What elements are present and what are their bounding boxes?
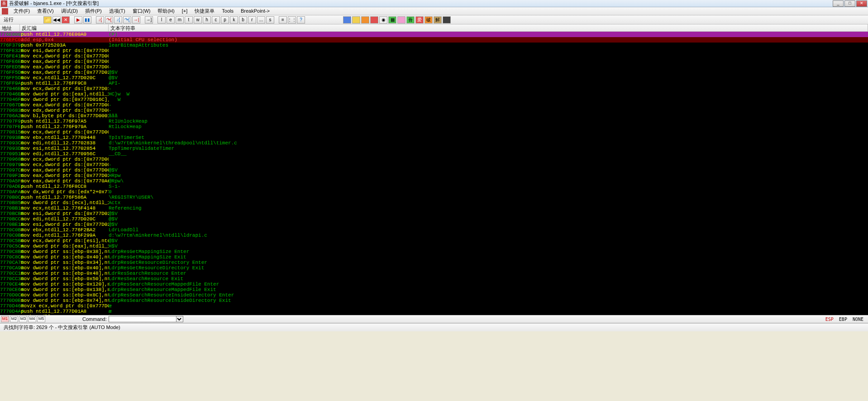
toolbar-color2-icon[interactable] [352, 16, 360, 24]
menu-item[interactable]: 窗口(W) [129, 7, 154, 14]
disasm-row[interactable]: 776FF5D4mov eax,dword ptr ds:[0x777D020C… [0, 70, 868, 75]
disasm-row[interactable]: 777093BBmov ebx,ntdll_12.77709448TpIsTim… [0, 135, 868, 140]
toolbar-cn4-icon[interactable]: 解 [434, 16, 442, 24]
toolbar-list-icon[interactable]: ≡ [279, 16, 287, 24]
disasm-row[interactable]: 776FE417mov ecx,dword ptr ds:[0x777D006C… [0, 53, 868, 59]
toolbar-color5-icon[interactable]: ◉ [379, 16, 387, 24]
menu-item[interactable]: BreakPoint-> [237, 7, 273, 14]
command-input[interactable] [109, 316, 176, 322]
disasm-row[interactable]: 7770ADE4push ntdll_12.776F8CC8S-1- [0, 184, 868, 189]
disasm-row[interactable]: 7770968Bmov ecx,dword ptr ds:[0x777D005C… [0, 157, 868, 162]
disasm-row[interactable]: 7770BB11mov ecx,ntdll_12.776F4148Referen… [0, 205, 868, 211]
disasm-row[interactable]: 7770A5F1mov eax,dword ptr ds:[0x7770A6DC… [0, 178, 868, 184]
disasm-row[interactable]: 77706A21mov bl,byte ptr ds:[0x777D0001]ã… [0, 113, 868, 119]
disasm-row[interactable]: 7770AFA5mov dx,word ptr ds:[edx*2+0x7770… [0, 189, 868, 195]
disasm-row[interactable]: 777093C0mov edi,ntdll_12.77702838d:\w7rt… [0, 140, 868, 146]
disasm-row[interactable]: 77706835mov edx,dword ptr ds:[0x777D0074… [0, 108, 868, 113]
toolbar-dark-icon[interactable] [443, 16, 451, 24]
disasm-row[interactable]: 7770D4B8push ntdll_12.776F2C22\ [0, 314, 868, 315]
toolbar-color7-icon[interactable] [397, 16, 405, 24]
toolbar-letter-r[interactable]: r [248, 16, 256, 24]
disasm-row[interactable]: 7770BCBBmov esi,dword ptr ds:[0x777D020C… [0, 211, 868, 216]
disasm-row[interactable]: 7770CC30mov dword ptr ss:[ebp-0x50],ntdl… [0, 276, 868, 282]
disasm-row[interactable]: 7770CC1Bmov dword ptr ss:[ebp-0x48],ntdl… [0, 271, 868, 276]
disasm-row[interactable]: 776FE6EDmov eax,dword ptr ds:[0x777D005C… [0, 59, 868, 64]
disasm-row[interactable]: 7770D0CCmov dword ptr ss:[ebp-0x8C],ntdl… [0, 292, 868, 298]
disasm-row[interactable]: 77709F2Cmov eax,dword ptr ds:[0x777D0214… [0, 173, 868, 178]
toolbar-help-icon[interactable]: ? [297, 16, 305, 24]
disasm-row[interactable]: 7770CE64mov dword ptr ss:[ebp-0x138],ntd… [0, 287, 868, 292]
disasm-row[interactable]: 7770D4A4push ntdll_12.777D01A8æ [0, 309, 868, 314]
toolbar-cn1-icon[interactable]: 吾 [406, 16, 415, 24]
toolbar-run-to-icon[interactable]: →| [132, 16, 140, 24]
toolbar-trace-over-icon[interactable]: ↷{ [123, 16, 131, 24]
menu-item[interactable]: [+] [178, 7, 191, 14]
toolbar-play-icon[interactable]: ▶ [74, 16, 82, 24]
disasm-row[interactable]: 77709798mov ecx,dword ptr ds:[0x777D005C… [0, 162, 868, 167]
disasm-row[interactable]: 7770B85Fmov dword ptr ds:[ecx],ntdll_12.… [0, 200, 868, 205]
disasm-row[interactable]: 77707F90push ntdll_12.776F97A5RtlUnlockH… [0, 119, 868, 124]
toolbar-letter-h[interactable]: h [203, 16, 211, 24]
disasm-row[interactable]: 77708150mov ecx,dword ptr ds:[0x777D005C… [0, 129, 868, 135]
toolbar-letter-t[interactable]: t [185, 16, 193, 24]
disasm-row[interactable]: 77707FEEpush ntdll_12.776F979ARtlLockHea… [0, 124, 868, 129]
toolbar-trace-into-icon[interactable]: ↓{ [114, 16, 122, 24]
toolbar-goto-icon[interactable]: →] [145, 16, 153, 24]
disasm-row[interactable]: 777097CEmov eax,dword ptr ds:[0x777D00CB… [0, 167, 868, 173]
disasm-row[interactable]: 7770C8B6mov dword ptr ss:[ebp-0x38],ntdl… [0, 249, 868, 254]
toolbar-letter-s[interactable]: s [266, 16, 274, 24]
toolbar-cn2-icon[interactable]: 爱 [415, 16, 424, 24]
memory-button-m3[interactable]: M3 [19, 316, 27, 322]
disassembly-view[interactable]: 776E0092push ntdll_12.776E00A0(P)776EFC0… [0, 32, 868, 315]
memory-button-m1[interactable]: M1 [1, 316, 9, 322]
toolbar-color3-icon[interactable] [361, 16, 369, 24]
toolbar-color1-icon[interactable] [343, 16, 351, 24]
disasm-row[interactable]: 7770C0B7mov ebx,ntdll_12.776F2BA2LdrLoad… [0, 227, 868, 233]
toolbar-letter-k[interactable]: k [230, 16, 238, 24]
disasm-row[interactable]: 7770CA92mov dword ptr ss:[ebp-0x40],ntdl… [0, 265, 868, 271]
disasm-row[interactable]: 7770CA7Dmov dword ptr ss:[ebp-0x34],ntdl… [0, 260, 868, 265]
disasm-row[interactable]: 7770BCC1mov edi,ntdll_12.777D020C@$V [0, 216, 868, 222]
toolbar-letter-e[interactable]: e [167, 16, 175, 24]
disasm-row[interactable]: 777067DEmov eax,dword ptr ds:[0x777D00F0… [0, 102, 868, 108]
menu-item[interactable]: 查看(V) [33, 7, 57, 14]
menu-item[interactable]: 文件(F) [10, 7, 33, 14]
menu-item[interactable]: 选项(T) [105, 7, 129, 14]
menu-item[interactable]: 调试(D) [57, 7, 81, 14]
disasm-row[interactable]: 776F3790push 0x7725203AlearBitmapAttribu… [0, 43, 868, 48]
toolbar-step-into-icon[interactable]: ↓{ [96, 16, 104, 24]
toolbar-color4-icon[interactable] [370, 16, 378, 24]
toolbar-options-icon[interactable]: ⋮⋮ [288, 16, 296, 24]
toolbar-letter-m[interactable]: m [176, 16, 184, 24]
toolbar-cn3-icon[interactable]: 破 [424, 16, 433, 24]
disasm-row[interactable]: 776FE32Emov esi,dword ptr ds:[0x777D006C… [0, 48, 868, 53]
menu-item[interactable]: 帮助(H) [154, 7, 178, 14]
disasm-row[interactable]: 7770C5CAmov dword ptr ds:[eax],ntdll_12.… [0, 243, 868, 249]
header-text[interactable]: 文本字符串 [109, 24, 868, 31]
disasm-row[interactable]: 7770D0E1mov dword ptr ss:[ebp-0x74],ntdl… [0, 298, 868, 303]
menu-item[interactable]: 快捷菜单 [191, 7, 218, 14]
disasm-row[interactable]: 7770C8CBmov dword ptr ss:[ebp-0x40],ntdl… [0, 254, 868, 260]
toolbar-letter-l[interactable]: l [157, 16, 166, 24]
toolbar-step-over-icon[interactable]: ↷{ [105, 16, 113, 24]
disasm-row[interactable]: 7770CE46mov dword ptr ss:[ebp-0x120],ntd… [0, 282, 868, 287]
disasm-row[interactable]: 776E0092push ntdll_12.776E00A0(P) [0, 32, 868, 37]
toolbar-rewind-icon[interactable]: ◀◀ [52, 16, 61, 24]
toolbar-letter-c[interactable]: c [212, 16, 220, 24]
toolbar-open-icon[interactable]: 📁 [43, 16, 52, 24]
disasm-row[interactable]: 7770C5B0mov ecx,dword ptr ds:[esi],ntdll… [0, 238, 868, 243]
disasm-row[interactable]: 777046FBmov dword ptr ds:[0x777D016C],ea… [0, 97, 868, 102]
menu-item[interactable]: 插件(P) [81, 7, 105, 14]
toolbar-letter-w[interactable]: w [194, 16, 202, 24]
toolbar-letter-b[interactable]: b [239, 16, 247, 24]
disasm-row[interactable]: 776FF9A1push ntdll_12.776FF9C8API- [0, 81, 868, 86]
memory-button-m5[interactable]: M5 [37, 316, 45, 322]
toolbar-letter-...[interactable]: ... [257, 16, 265, 24]
memory-button-m4[interactable]: M4 [28, 316, 36, 322]
memory-button-m2[interactable]: M2 [10, 316, 18, 322]
disasm-row[interactable]: 7770951Emov edi,ntdll_12.7770956C__CD__ [0, 151, 868, 157]
header-disasm[interactable]: 反汇编 [20, 24, 109, 31]
toolbar-stop-icon[interactable]: ✕ [62, 16, 70, 24]
disasm-row[interactable]: 776FF5D9mov ecx,ntdll_12.777D020C@$V [0, 75, 868, 81]
close-button[interactable]: ✕ [856, 0, 867, 7]
